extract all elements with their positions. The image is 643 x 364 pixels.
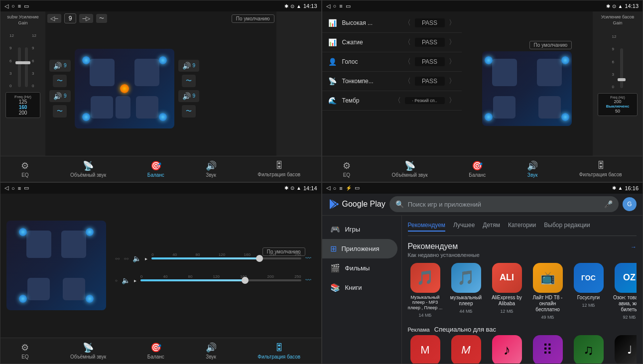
q2-vslider[interactable] (620, 48, 623, 88)
nav-surround-q3[interactable]: 📡 Объёмный звук (70, 342, 106, 360)
gp-app-gov[interactable]: ГОС Госуслуги 12 МБ (571, 263, 606, 320)
status-bar-left-q4: ◁ ○ ≡ ⚡ ▭ (326, 185, 360, 191)
q2-chevron-voice-r[interactable]: 〉 (449, 57, 456, 66)
gp-promo-mvideo[interactable]: M М.Видео (449, 335, 484, 364)
q2-item-voice[interactable]: 👤 Голос 〈 PASS 〉 (322, 52, 462, 72)
menu-icon-q4[interactable]: ≡ (339, 185, 342, 191)
gp-sidebar-books-label: Книги (345, 284, 362, 291)
nav-surround-q1[interactable]: 📡 Объёмный звук (70, 160, 106, 178)
nav-balance-q1[interactable]: 🎯 Баланс (147, 160, 164, 178)
q1-freq-160[interactable]: 160 (9, 105, 37, 110)
gp-mic-icon[interactable]: 🎤 (604, 200, 613, 208)
gp-sidebar-apps-label: Приложения (342, 245, 380, 252)
q3-car-image (6, 221, 106, 310)
q1-freq-200[interactable]: 200 (9, 110, 37, 116)
menu-icon-q3[interactable]: ≡ (18, 185, 21, 191)
q1-default-btn[interactable]: По умолчанию (232, 14, 274, 23)
q3-slider-2[interactable]: 0 40 80 120 160 200 250 (140, 273, 301, 287)
nav-balance-q2[interactable]: 🎯 Баланс (469, 160, 486, 178)
nav-eq-q1[interactable]: ⚙ EQ (21, 160, 29, 178)
back-icon-q1[interactable]: ◁ (4, 3, 8, 9)
nav-bass-q3[interactable]: 🎛 Фильтрация басов (257, 343, 300, 360)
menu-icon-q2[interactable]: ≡ (339, 3, 342, 9)
gp-sidebar-books[interactable]: 📚 Книги (322, 278, 401, 297)
location-icon-q1: ⊙ (290, 3, 294, 9)
nav-bass-q1[interactable]: 🎛 Фильтрация басов (257, 160, 300, 177)
gp-promo-muz[interactable]: ♫ МузОк (571, 335, 606, 364)
gp-sidebar-games[interactable]: 🎮 Игры (322, 220, 401, 239)
q2-item-timbre[interactable]: 🌊 Тембр 〈 · Резкий сп.. 〉 (322, 91, 462, 111)
gp-section-title: Рекомендуем (408, 242, 480, 251)
gp-search-bar[interactable]: 🔍 Поиск игр и приложений 🎤 (389, 196, 619, 212)
screenshot-icon-q4[interactable]: ▭ (355, 185, 360, 191)
gp-sidebar-apps[interactable]: ⊞ Приложения (322, 239, 397, 258)
q2-item-high[interactable]: 📊 Высокая ... 〈 PASS 〉 (322, 13, 462, 33)
gp-avatar[interactable]: G (623, 197, 637, 211)
nav-eq-q2[interactable]: ⚙ EQ (343, 160, 351, 178)
home-icon-q1[interactable]: ○ (11, 3, 15, 9)
q2-item-toncomp[interactable]: 📡 Тонкомпе... 〈 PASS 〉 (322, 72, 462, 91)
q1-vslider-right[interactable] (25, 47, 28, 87)
q2-freq-off[interactable]: Выключенс (601, 104, 634, 109)
gp-tab-best[interactable]: Лучшее (453, 220, 475, 232)
nav-balance-q3[interactable]: 🎯 Баланс (147, 342, 164, 360)
q2-chevron-timbre-l[interactable]: 〈 (394, 96, 401, 105)
back-icon-q2[interactable]: ◁ (326, 3, 330, 9)
gp-promo-tiktok[interactable]: ♩ TikTok (612, 335, 637, 364)
q3-slider-vol-icon-2: 🔈 (122, 276, 130, 284)
nav-surround-icon-q1: 📡 (83, 160, 94, 171)
nav-sound-q1[interactable]: 🔊 Звук (206, 160, 217, 178)
nav-surround-q2[interactable]: 📡 Объёмный звук (392, 160, 428, 178)
gp-app-ali[interactable]: ALI AliExpress by Alibaba 12 МБ (490, 263, 524, 320)
q2-freq-title: Freq (Hz) (601, 96, 634, 99)
gp-sidebar-games-icon: 🎮 (330, 225, 340, 234)
q2-freq-50[interactable]: 50 (601, 109, 634, 114)
screenshot-icon-q2[interactable]: ▭ (346, 3, 351, 9)
q2-chevron-voice-l[interactable]: 〈 (404, 57, 411, 66)
menu-icon-q1[interactable]: ≡ (18, 3, 21, 9)
q1-wave-shape[interactable]: 〜 (96, 14, 107, 23)
home-icon-q2[interactable]: ○ (333, 3, 337, 9)
q1-vol-plus[interactable]: –▷ (79, 14, 93, 23)
gp-sidebar-movies[interactable]: 🎬 Фильмы (322, 258, 401, 278)
screenshot-icon-q1[interactable]: ▭ (24, 3, 29, 9)
gp-app-oz[interactable]: OZ Озон: товары, авиа, ж/д билеты 92 МБ (612, 263, 637, 320)
nav-sound-q3[interactable]: 🔊 Звук (206, 342, 217, 360)
home-icon-q3[interactable]: ○ (11, 185, 15, 191)
q1-freq-125[interactable]: 125 (9, 99, 37, 105)
back-icon-q3[interactable]: ◁ (4, 185, 8, 191)
q2-chevron-timbre-r[interactable]: 〉 (449, 96, 456, 105)
home-icon-q4[interactable]: ○ (333, 185, 337, 191)
q2-chevron-compress-r[interactable]: 〉 (449, 38, 456, 47)
q3-slider-1[interactable]: 0 40 80 120 160 200 250 (151, 251, 301, 265)
q1-bottom-nav: ⚙ EQ 📡 Объёмный звук 🎯 Баланс 🔊 Звук 🎛 Ф… (0, 156, 321, 182)
q2-item-compress[interactable]: 📊 Сжатие 〈 PASS 〉 (322, 33, 462, 52)
gp-app-tv[interactable]: 📺 Лайт HD T8 - онлайн бесплатно 49 МБ (530, 263, 565, 320)
gp-tab-kids[interactable]: Детям (483, 220, 500, 232)
q2-chevron-high-l[interactable]: 〈 (404, 18, 411, 27)
gp-tab-categories[interactable]: Категории (508, 220, 536, 232)
gp-tab-editors[interactable]: Выбор редакции (544, 220, 590, 232)
gp-app-music1[interactable]: 🎵 Музыкальный плеер - MP3 плеер , Плеер … (408, 263, 443, 320)
q2-right-labels: 12 9 6 3 0 (612, 34, 617, 89)
nav-eq-q3[interactable]: ⚙ EQ (21, 342, 29, 360)
q2-chevron-compress-l[interactable]: 〈 (404, 38, 411, 47)
gp-tab-recommended[interactable]: Рекомендуем (408, 220, 446, 232)
gp-app-music2[interactable]: 🎵 музыкальный плеер 44 МБ (449, 263, 484, 320)
nav-eq-label-q3: EQ (21, 354, 28, 360)
back-icon-q4[interactable]: ◁ (326, 185, 330, 191)
screenshot-icon-q3[interactable]: ▭ (24, 185, 29, 191)
gp-promo-music3[interactable]: ♪ Музыка (490, 335, 524, 364)
q1-vslider-left[interactable] (18, 47, 21, 87)
q2-freq-200[interactable]: 200 (601, 99, 634, 104)
q2-chevron-toncomp-l[interactable]: 〈 (404, 77, 411, 86)
nav-sound-q2[interactable]: 🔊 Звук (527, 160, 538, 178)
gp-promo-metro[interactable]: M Метро (408, 335, 443, 364)
q2-default-btn[interactable]: По умолчанию (529, 41, 572, 49)
nav-bass-q2[interactable]: 🎛 Фильтрация басов (579, 160, 622, 177)
gp-see-more[interactable]: → (631, 243, 637, 250)
q2-chevron-toncomp-r[interactable]: 〉 (449, 77, 456, 86)
q1-vol-minus[interactable]: ◁– (47, 14, 61, 23)
gp-promo-dots[interactable]: ⠿ Точки (530, 335, 565, 364)
q2-chevron-high-r[interactable]: 〉 (449, 18, 456, 27)
